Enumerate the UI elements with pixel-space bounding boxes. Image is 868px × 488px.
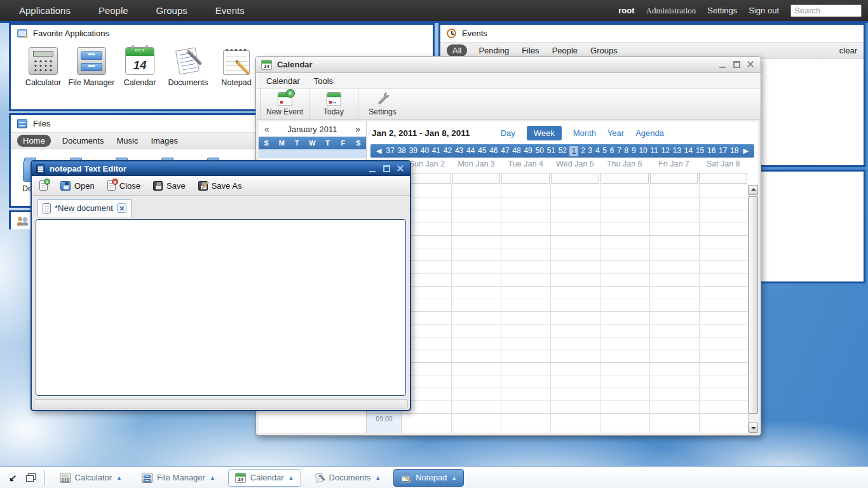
week-number[interactable]: 46: [489, 146, 498, 156]
open-button[interactable]: Open: [60, 181, 95, 191]
view-button[interactable]: Week: [527, 126, 562, 140]
cascade-windows-icon[interactable]: [26, 473, 36, 482]
week-number[interactable]: 5: [602, 146, 607, 156]
favorite-app[interactable]: Documents: [164, 47, 212, 87]
collapse-arrow-icon[interactable]: ▲: [116, 475, 122, 481]
view-button[interactable]: Day: [501, 128, 515, 138]
week-number[interactable]: 15: [695, 146, 705, 156]
week-number[interactable]: 41: [431, 146, 441, 156]
collapse-arrow-icon[interactable]: ▲: [288, 475, 294, 481]
scrollbar-thumb[interactable]: [749, 196, 758, 414]
allday-cell[interactable]: [600, 173, 649, 184]
collapse-arrow-icon[interactable]: ▲: [451, 475, 457, 481]
week-number[interactable]: 38: [397, 146, 407, 156]
sign-out-link[interactable]: Sign out: [749, 6, 779, 15]
favorite-app[interactable]: Calculator: [19, 47, 67, 87]
settings-link[interactable]: Settings: [707, 6, 737, 15]
notepad-titlebar[interactable]: notepad Text Editor: [32, 161, 410, 176]
maximize-icon[interactable]: [382, 165, 391, 173]
top-menu-item[interactable]: People: [98, 5, 128, 16]
week-number[interactable]: 45: [477, 146, 487, 156]
events-tab[interactable]: Files: [520, 45, 540, 56]
week-number[interactable]: 17: [718, 146, 728, 156]
top-menu-item[interactable]: Applications: [19, 5, 71, 16]
events-tab[interactable]: Groups: [589, 45, 619, 56]
allday-cell[interactable]: [452, 173, 501, 184]
week-number[interactable]: 10: [638, 146, 648, 156]
mini-calendar-day-header[interactable]: S: [259, 137, 274, 149]
week-number[interactable]: 50: [534, 146, 544, 156]
files-tab[interactable]: Music: [115, 135, 139, 146]
events-tab[interactable]: People: [551, 45, 579, 56]
week-prev-icon[interactable]: ◀: [376, 147, 381, 155]
favorite-app[interactable]: File Manager: [67, 47, 116, 87]
favorite-app[interactable]: Calendar: [116, 47, 164, 87]
tab-close-icon[interactable]: [117, 203, 126, 213]
close-icon[interactable]: [396, 165, 405, 173]
week-number[interactable]: 51: [546, 146, 556, 156]
today-button[interactable]: Today: [309, 89, 358, 119]
calendar-titlebar[interactable]: Calendar: [256, 57, 761, 73]
week-number[interactable]: 6: [609, 146, 615, 156]
view-button[interactable]: Year: [607, 128, 624, 138]
taskbar-button[interactable]: Notepad ▲: [393, 469, 464, 487]
mini-calendar-day-header[interactable]: T: [289, 137, 304, 149]
mini-calendar-week-row[interactable]: [259, 149, 366, 158]
scroll-up-icon[interactable]: [749, 185, 758, 195]
allday-cell[interactable]: [551, 173, 599, 184]
files-tab[interactable]: Documents: [61, 135, 105, 146]
scroll-down-icon[interactable]: [749, 423, 758, 433]
settings-button[interactable]: Settings: [358, 89, 407, 119]
files-tab[interactable]: Images: [149, 135, 179, 146]
new-document-button[interactable]: [39, 180, 48, 191]
close-icon[interactable]: [746, 60, 756, 69]
week-number[interactable]: 9: [631, 146, 637, 156]
allday-cell[interactable]: [699, 173, 747, 184]
collapse-arrow-icon[interactable]: ▲: [375, 475, 381, 481]
top-menu-item[interactable]: Groups: [156, 5, 187, 16]
menu-tools[interactable]: Tools: [308, 74, 339, 88]
week-number[interactable]: 1: [569, 146, 579, 156]
week-number[interactable]: 12: [661, 146, 670, 156]
taskbar-button[interactable]: Documents ▲: [307, 469, 388, 487]
maximize-icon[interactable]: [732, 60, 742, 69]
allday-cell[interactable]: [501, 173, 550, 184]
document-tab[interactable]: *New document: [37, 199, 132, 217]
minimize-icon[interactable]: [718, 60, 728, 69]
week-number[interactable]: 47: [500, 146, 510, 156]
mini-calendar-prev[interactable]: «: [264, 124, 269, 134]
events-tab[interactable]: Pending: [477, 45, 510, 56]
mini-calendar-next[interactable]: »: [355, 124, 360, 134]
week-number[interactable]: 52: [558, 146, 567, 156]
week-number[interactable]: 14: [684, 146, 693, 156]
collapse-arrow-icon[interactable]: ▲: [210, 475, 215, 481]
view-button[interactable]: Agenda: [635, 128, 664, 138]
week-next-icon[interactable]: ▶: [743, 147, 749, 155]
administration-link[interactable]: Administration: [646, 6, 696, 16]
new-event-button[interactable]: New Event: [261, 89, 309, 119]
mini-calendar-day-header[interactable]: F: [336, 137, 351, 149]
allday-cell[interactable]: [650, 173, 698, 184]
week-number[interactable]: 3: [588, 146, 593, 156]
taskbar-button[interactable]: Calendar ▲: [228, 469, 301, 487]
close-document-button[interactable]: Close: [107, 180, 140, 191]
top-menu-item[interactable]: Events: [215, 5, 245, 16]
events-clear-link[interactable]: clear: [839, 46, 857, 55]
save-button[interactable]: Save: [153, 181, 186, 191]
save-as-button[interactable]: Save As: [198, 181, 242, 191]
week-number[interactable]: 4: [595, 146, 600, 156]
menu-calendar[interactable]: Calendar: [260, 74, 306, 88]
events-tab[interactable]: All: [447, 44, 467, 57]
mini-calendar-day-header[interactable]: T: [320, 137, 336, 149]
files-tab[interactable]: Home: [17, 135, 51, 147]
week-number[interactable]: 42: [443, 146, 452, 156]
week-number[interactable]: 49: [523, 146, 532, 156]
view-button[interactable]: Month: [573, 128, 596, 138]
week-number[interactable]: 13: [672, 146, 682, 156]
week-number[interactable]: 2: [580, 146, 586, 156]
week-number[interactable]: 43: [454, 146, 464, 156]
week-number[interactable]: 11: [649, 146, 658, 156]
week-number[interactable]: 7: [616, 146, 622, 156]
week-number[interactable]: 37: [385, 146, 395, 156]
week-scrollbar[interactable]: [748, 185, 758, 433]
